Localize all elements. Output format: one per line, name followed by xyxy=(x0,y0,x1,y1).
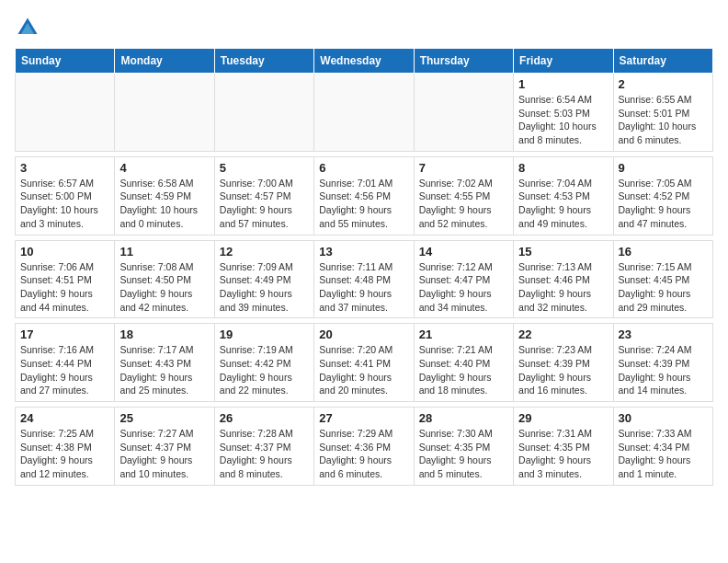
calendar-cell: 30Sunrise: 7:33 AM Sunset: 4:34 PM Dayli… xyxy=(613,408,712,486)
calendar-cell: 16Sunrise: 7:15 AM Sunset: 4:45 PM Dayli… xyxy=(613,240,712,318)
calendar-cell xyxy=(414,74,513,152)
day-number: 12 xyxy=(220,245,309,259)
column-header-tuesday: Tuesday xyxy=(214,49,313,74)
calendar-cell: 25Sunrise: 7:27 AM Sunset: 4:37 PM Dayli… xyxy=(115,408,214,486)
calendar-week-4: 17Sunrise: 7:16 AM Sunset: 4:44 PM Dayli… xyxy=(16,324,713,402)
calendar-cell xyxy=(16,74,115,152)
day-number: 29 xyxy=(518,411,608,425)
calendar-cell xyxy=(214,74,313,152)
calendar-cell: 4Sunrise: 6:58 AM Sunset: 4:59 PM Daylig… xyxy=(115,156,214,235)
day-info: Sunrise: 7:06 AM Sunset: 4:51 PM Dayligh… xyxy=(20,260,109,315)
calendar-cell: 23Sunrise: 7:24 AM Sunset: 4:39 PM Dayli… xyxy=(613,324,712,402)
calendar-header-row: SundayMondayTuesdayWednesdayThursdayFrid… xyxy=(16,49,713,74)
day-number: 10 xyxy=(20,245,109,259)
calendar-week-5: 24Sunrise: 7:25 AM Sunset: 4:38 PM Dayli… xyxy=(16,408,713,486)
day-number: 17 xyxy=(20,327,109,341)
day-number: 26 xyxy=(220,411,309,425)
day-number: 5 xyxy=(220,161,309,175)
day-info: Sunrise: 7:09 AM Sunset: 4:49 PM Dayligh… xyxy=(220,260,309,315)
day-info: Sunrise: 7:31 AM Sunset: 4:35 PM Dayligh… xyxy=(518,427,608,481)
calendar-week-1: 1Sunrise: 6:54 AM Sunset: 5:03 PM Daylig… xyxy=(16,74,713,152)
column-header-wednesday: Wednesday xyxy=(314,49,414,74)
day-info: Sunrise: 7:19 AM Sunset: 4:42 PM Dayligh… xyxy=(220,343,309,397)
day-info: Sunrise: 7:27 AM Sunset: 4:37 PM Dayligh… xyxy=(119,427,209,481)
column-header-thursday: Thursday xyxy=(414,49,513,74)
day-number: 20 xyxy=(319,327,408,341)
day-info: Sunrise: 7:20 AM Sunset: 4:41 PM Dayligh… xyxy=(319,343,408,397)
day-info: Sunrise: 7:33 AM Sunset: 4:34 PM Dayligh… xyxy=(619,427,708,481)
day-number: 18 xyxy=(119,327,209,341)
day-number: 13 xyxy=(319,245,408,259)
day-number: 27 xyxy=(319,411,408,425)
column-header-sunday: Sunday xyxy=(16,49,115,74)
day-info: Sunrise: 7:21 AM Sunset: 4:40 PM Dayligh… xyxy=(419,343,508,397)
calendar-cell: 21Sunrise: 7:21 AM Sunset: 4:40 PM Dayli… xyxy=(414,324,513,402)
day-number: 21 xyxy=(419,327,508,341)
calendar-cell: 1Sunrise: 6:54 AM Sunset: 5:03 PM Daylig… xyxy=(514,74,613,152)
day-number: 9 xyxy=(619,161,708,175)
calendar-cell xyxy=(314,74,414,152)
day-number: 2 xyxy=(619,77,708,91)
calendar-cell: 5Sunrise: 7:00 AM Sunset: 4:57 PM Daylig… xyxy=(214,156,313,235)
calendar-cell: 17Sunrise: 7:16 AM Sunset: 4:44 PM Dayli… xyxy=(16,324,115,402)
day-info: Sunrise: 7:17 AM Sunset: 4:43 PM Dayligh… xyxy=(119,343,209,397)
day-info: Sunrise: 7:24 AM Sunset: 4:39 PM Dayligh… xyxy=(619,343,708,397)
day-number: 22 xyxy=(518,327,608,341)
calendar-cell: 14Sunrise: 7:12 AM Sunset: 4:47 PM Dayli… xyxy=(414,240,513,318)
day-info: Sunrise: 6:55 AM Sunset: 5:01 PM Dayligh… xyxy=(619,93,708,147)
day-info: Sunrise: 6:58 AM Sunset: 4:59 PM Dayligh… xyxy=(119,177,209,231)
day-info: Sunrise: 7:16 AM Sunset: 4:44 PM Dayligh… xyxy=(20,343,109,397)
day-info: Sunrise: 7:11 AM Sunset: 4:48 PM Dayligh… xyxy=(319,260,408,315)
day-info: Sunrise: 7:28 AM Sunset: 4:37 PM Dayligh… xyxy=(220,427,309,481)
day-number: 3 xyxy=(20,161,109,175)
day-info: Sunrise: 7:13 AM Sunset: 4:46 PM Dayligh… xyxy=(518,260,608,315)
day-info: Sunrise: 7:08 AM Sunset: 4:50 PM Dayligh… xyxy=(119,260,209,315)
calendar-cell: 15Sunrise: 7:13 AM Sunset: 4:46 PM Dayli… xyxy=(514,240,613,318)
day-number: 6 xyxy=(319,161,408,175)
day-number: 8 xyxy=(518,161,608,175)
day-number: 19 xyxy=(220,327,309,341)
day-info: Sunrise: 7:23 AM Sunset: 4:39 PM Dayligh… xyxy=(518,343,608,397)
day-info: Sunrise: 7:12 AM Sunset: 4:47 PM Dayligh… xyxy=(419,260,508,315)
column-header-monday: Monday xyxy=(115,49,214,74)
day-number: 11 xyxy=(119,245,209,259)
calendar-cell: 8Sunrise: 7:04 AM Sunset: 4:53 PM Daylig… xyxy=(514,156,613,235)
calendar-cell: 12Sunrise: 7:09 AM Sunset: 4:49 PM Dayli… xyxy=(214,240,313,318)
calendar-week-2: 3Sunrise: 6:57 AM Sunset: 5:00 PM Daylig… xyxy=(16,156,713,235)
day-number: 30 xyxy=(619,411,708,425)
day-number: 23 xyxy=(619,327,708,341)
calendar-cell xyxy=(115,74,214,152)
day-number: 28 xyxy=(419,411,508,425)
day-info: Sunrise: 7:15 AM Sunset: 4:45 PM Dayligh… xyxy=(619,260,708,315)
calendar-cell: 7Sunrise: 7:02 AM Sunset: 4:55 PM Daylig… xyxy=(414,156,513,235)
day-info: Sunrise: 7:30 AM Sunset: 4:35 PM Dayligh… xyxy=(419,427,508,481)
calendar-cell: 22Sunrise: 7:23 AM Sunset: 4:39 PM Dayli… xyxy=(514,324,613,402)
day-info: Sunrise: 7:29 AM Sunset: 4:36 PM Dayligh… xyxy=(319,427,408,481)
calendar-cell: 11Sunrise: 7:08 AM Sunset: 4:50 PM Dayli… xyxy=(115,240,214,318)
calendar-cell: 19Sunrise: 7:19 AM Sunset: 4:42 PM Dayli… xyxy=(214,324,313,402)
calendar-cell: 26Sunrise: 7:28 AM Sunset: 4:37 PM Dayli… xyxy=(214,408,313,486)
logo-icon xyxy=(15,15,40,40)
day-number: 25 xyxy=(119,411,209,425)
calendar-cell: 18Sunrise: 7:17 AM Sunset: 4:43 PM Dayli… xyxy=(115,324,214,402)
column-header-friday: Friday xyxy=(514,49,613,74)
calendar-cell: 2Sunrise: 6:55 AM Sunset: 5:01 PM Daylig… xyxy=(613,74,712,152)
calendar-cell: 28Sunrise: 7:30 AM Sunset: 4:35 PM Dayli… xyxy=(414,408,513,486)
day-info: Sunrise: 7:01 AM Sunset: 4:56 PM Dayligh… xyxy=(319,177,408,231)
calendar-cell: 24Sunrise: 7:25 AM Sunset: 4:38 PM Dayli… xyxy=(16,408,115,486)
day-info: Sunrise: 7:25 AM Sunset: 4:38 PM Dayligh… xyxy=(20,427,109,481)
day-info: Sunrise: 7:04 AM Sunset: 4:53 PM Dayligh… xyxy=(518,177,608,231)
calendar-cell: 3Sunrise: 6:57 AM Sunset: 5:00 PM Daylig… xyxy=(16,156,115,235)
day-info: Sunrise: 6:54 AM Sunset: 5:03 PM Dayligh… xyxy=(518,93,608,147)
logo xyxy=(15,15,44,40)
calendar: SundayMondayTuesdayWednesdayThursdayFrid… xyxy=(15,48,713,486)
day-number: 16 xyxy=(619,245,708,259)
day-info: Sunrise: 7:05 AM Sunset: 4:52 PM Dayligh… xyxy=(619,177,708,231)
page-header xyxy=(15,15,713,40)
calendar-cell: 13Sunrise: 7:11 AM Sunset: 4:48 PM Dayli… xyxy=(314,240,414,318)
column-header-saturday: Saturday xyxy=(613,49,712,74)
calendar-cell: 6Sunrise: 7:01 AM Sunset: 4:56 PM Daylig… xyxy=(314,156,414,235)
day-info: Sunrise: 6:57 AM Sunset: 5:00 PM Dayligh… xyxy=(20,177,109,231)
day-number: 4 xyxy=(119,161,209,175)
day-number: 1 xyxy=(518,77,608,91)
